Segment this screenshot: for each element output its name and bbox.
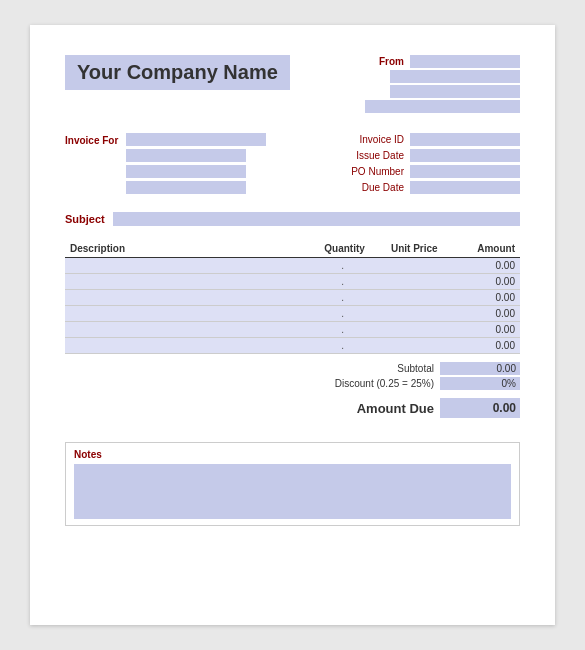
invoice-table: Description Quantity Unit Price Amount .…	[65, 240, 520, 354]
client-fields	[126, 133, 266, 194]
amount-cell-1[interactable]: 0.00	[443, 274, 520, 290]
notes-label: Notes	[74, 449, 511, 460]
notes-section: Notes	[65, 442, 520, 526]
table-row: . 0.00	[65, 258, 520, 274]
unit-cell-0[interactable]	[370, 258, 443, 274]
unit-cell-4[interactable]	[370, 322, 443, 338]
client-addr2-field[interactable]	[126, 165, 246, 178]
client-city-field[interactable]	[126, 181, 246, 194]
col-header-description: Description	[65, 240, 315, 258]
table-row: . 0.00	[65, 306, 520, 322]
qty-cell-3[interactable]: .	[315, 306, 370, 322]
discount-value[interactable]: 0%	[440, 377, 520, 390]
from-row: From	[379, 55, 520, 68]
desc-cell-5[interactable]	[65, 338, 315, 354]
desc-cell-0[interactable]	[65, 258, 315, 274]
invoice-id-field[interactable]	[410, 133, 520, 146]
invoice-for-label: Invoice For	[65, 133, 118, 194]
invoice-for: Invoice For	[65, 133, 266, 194]
unit-cell-2[interactable]	[370, 290, 443, 306]
po-number-field[interactable]	[410, 165, 520, 178]
totals-table: Subtotal 0.00 Discount (0.25 = 25%) 0% A…	[300, 362, 520, 418]
amount-cell-5[interactable]: 0.00	[443, 338, 520, 354]
issue-date-row: Issue Date	[339, 149, 520, 162]
amount-cell-4[interactable]: 0.00	[443, 322, 520, 338]
amount-cell-2[interactable]: 0.00	[443, 290, 520, 306]
due-date-row: Due Date	[339, 181, 520, 194]
subject-field[interactable]	[113, 212, 520, 226]
totals-section: Subtotal 0.00 Discount (0.25 = 25%) 0% A…	[65, 362, 520, 418]
amount-due-value[interactable]: 0.00	[440, 398, 520, 418]
qty-cell-5[interactable]: .	[315, 338, 370, 354]
address1-row	[390, 70, 520, 83]
qty-cell-1[interactable]: .	[315, 274, 370, 290]
subtotal-value[interactable]: 0.00	[440, 362, 520, 375]
from-city-field[interactable]	[365, 100, 520, 113]
issue-date-label: Issue Date	[339, 150, 404, 161]
unit-cell-1[interactable]	[370, 274, 443, 290]
address2-row	[390, 85, 520, 98]
discount-row: Discount (0.25 = 25%) 0%	[300, 377, 520, 390]
qty-cell-0[interactable]: .	[315, 258, 370, 274]
company-name[interactable]: Your Company Name	[65, 55, 290, 90]
discount-label: Discount (0.25 = 25%)	[334, 378, 434, 389]
city-row	[365, 100, 520, 113]
info-section: Invoice For Invoice ID Issue Date PO Num…	[65, 133, 520, 194]
subtotal-label: Subtotal	[334, 363, 434, 374]
from-address2-field[interactable]	[390, 85, 520, 98]
invoice-id-label: Invoice ID	[339, 134, 404, 145]
amount-due-label: Amount Due	[357, 401, 434, 416]
table-row: . 0.00	[65, 338, 520, 354]
qty-cell-2[interactable]: .	[315, 290, 370, 306]
unit-cell-5[interactable]	[370, 338, 443, 354]
col-header-amount: Amount	[443, 240, 520, 258]
desc-cell-4[interactable]	[65, 322, 315, 338]
from-address1-field[interactable]	[390, 70, 520, 83]
notes-field[interactable]	[74, 464, 511, 519]
desc-cell-3[interactable]	[65, 306, 315, 322]
qty-cell-4[interactable]: .	[315, 322, 370, 338]
subject-row: Subject	[65, 212, 520, 226]
from-name-field[interactable]	[410, 55, 520, 68]
table-row: . 0.00	[65, 322, 520, 338]
issue-date-field[interactable]	[410, 149, 520, 162]
invoice-details: Invoice ID Issue Date PO Number Due Date	[339, 133, 520, 194]
desc-cell-1[interactable]	[65, 274, 315, 290]
subtotal-row: Subtotal 0.00	[300, 362, 520, 375]
table-row: . 0.00	[65, 274, 520, 290]
subject-label: Subject	[65, 213, 105, 225]
po-number-label: PO Number	[339, 166, 404, 177]
from-label: From	[379, 56, 404, 67]
client-name-field[interactable]	[126, 133, 266, 146]
col-header-quantity: Quantity	[315, 240, 370, 258]
col-header-unit-price: Unit Price	[370, 240, 443, 258]
invoice-page: Your Company Name From Invoice For	[30, 25, 555, 625]
amount-due-row: Amount Due 0.00	[300, 398, 520, 418]
desc-cell-2[interactable]	[65, 290, 315, 306]
table-header-row: Description Quantity Unit Price Amount	[65, 240, 520, 258]
table-row: . 0.00	[65, 290, 520, 306]
due-date-field[interactable]	[410, 181, 520, 194]
header-section: Your Company Name From	[65, 55, 520, 113]
amount-cell-3[interactable]: 0.00	[443, 306, 520, 322]
due-date-label: Due Date	[339, 182, 404, 193]
from-section: From	[365, 55, 520, 113]
client-addr1-field[interactable]	[126, 149, 246, 162]
unit-cell-3[interactable]	[370, 306, 443, 322]
po-number-row: PO Number	[339, 165, 520, 178]
amount-cell-0[interactable]: 0.00	[443, 258, 520, 274]
invoice-id-row: Invoice ID	[339, 133, 520, 146]
